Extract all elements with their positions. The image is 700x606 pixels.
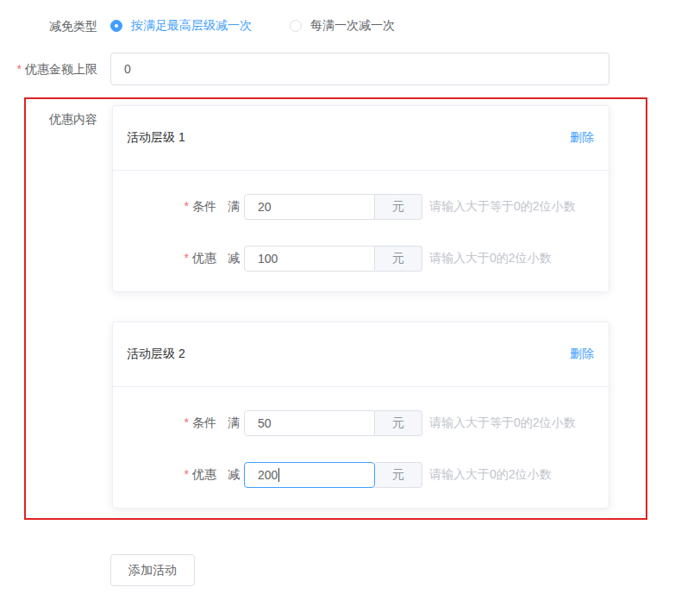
currency-unit-suffix: 元 — [375, 246, 422, 272]
max-discount-input[interactable] — [110, 53, 609, 85]
discount-label-text: 优惠 — [192, 251, 216, 265]
add-activity-button[interactable]: 添加活动 — [110, 554, 195, 586]
radio-checked-icon — [110, 20, 122, 32]
required-asterisk: * — [184, 467, 189, 481]
discount-row: *优惠 减 200 元 请输入大于0的2位小数 — [113, 462, 609, 488]
condition-label-text: 条件 — [192, 415, 216, 429]
discount-amount-input-focused[interactable]: 200 — [244, 462, 375, 488]
radio-option-highest-tier[interactable]: 按满足最高层级减一次 — [110, 18, 252, 34]
discount-input-group: 元 — [244, 246, 422, 272]
discount-label: *优惠 — [113, 251, 216, 266]
condition-amount-input[interactable] — [244, 194, 375, 220]
discount-row: *优惠 减 元 请输入大于0的2位小数 — [113, 246, 609, 272]
condition-prefix: 满 — [228, 199, 240, 215]
input-hint: 请输入大于等于0的2位小数 — [429, 199, 576, 215]
discount-input-group: 200 元 — [244, 462, 422, 488]
delete-tier-button[interactable]: 删除 — [570, 347, 594, 362]
max-discount-row: *优惠金额上限 — [0, 53, 700, 85]
currency-unit-suffix: 元 — [375, 462, 422, 488]
reduction-type-label: 减免类型 — [0, 17, 97, 34]
required-asterisk: * — [184, 415, 189, 429]
tier-card-header: 活动层级 2 删除 — [113, 322, 609, 387]
tier-card-2: 活动层级 2 删除 *条件 满 元 请输入大于等于0的2位小数 *优 — [112, 322, 609, 509]
currency-unit-suffix: 元 — [375, 194, 422, 220]
discount-prefix: 减 — [228, 467, 240, 483]
tier-card-1: 活动层级 1 删除 *条件 满 元 请输入大于等于0的2位小数 *优 — [112, 105, 609, 292]
condition-amount-input[interactable] — [244, 410, 375, 436]
required-asterisk: * — [184, 251, 189, 265]
reduction-type-radio-group: 按满足最高层级减一次 每满一次减一次 — [110, 18, 395, 34]
radio-option-label: 每满一次减一次 — [310, 18, 395, 34]
discount-amount-input[interactable] — [244, 246, 375, 272]
discount-content-annotation-box: 优惠内容 活动层级 1 删除 *条件 满 元 请输入大于等 — [24, 97, 647, 520]
required-asterisk: * — [184, 199, 189, 213]
max-discount-label: *优惠金额上限 — [0, 60, 97, 78]
input-hint: 请输入大于等于0的2位小数 — [429, 415, 576, 431]
currency-unit-suffix: 元 — [375, 410, 422, 436]
tier-card-body: *条件 满 元 请输入大于等于0的2位小数 *优惠 减 元 — [113, 171, 609, 291]
discount-content-label: 优惠内容 — [49, 110, 97, 128]
radio-option-every-time[interactable]: 每满一次减一次 — [290, 18, 395, 34]
condition-label: *条件 — [113, 199, 216, 215]
required-asterisk: * — [17, 62, 22, 76]
condition-label-text: 条件 — [192, 199, 216, 213]
delete-tier-button[interactable]: 删除 — [570, 130, 594, 146]
text-caret — [278, 468, 279, 482]
radio-unchecked-icon — [290, 20, 302, 32]
max-discount-label-text: 优惠金额上限 — [25, 62, 97, 76]
input-hint: 请输入大于0的2位小数 — [429, 467, 552, 483]
promotion-form-page: 减免类型 按满足最高层级减一次 每满一次减一次 *优惠金额上限 优惠内容 活动层… — [0, 17, 700, 85]
condition-label: *条件 — [113, 415, 216, 431]
tier-title: 活动层级 2 — [127, 347, 185, 362]
tier-card-body: *条件 满 元 请输入大于等于0的2位小数 *优惠 减 200 元 — [113, 387, 609, 508]
discount-label-text: 优惠 — [192, 467, 216, 481]
discount-label: *优惠 — [113, 467, 216, 483]
tier-title: 活动层级 1 — [127, 130, 185, 146]
condition-row: *条件 满 元 请输入大于等于0的2位小数 — [113, 410, 609, 436]
discount-prefix: 减 — [228, 251, 240, 266]
condition-prefix: 满 — [228, 415, 240, 431]
reduction-type-row: 减免类型 按满足最高层级减一次 每满一次减一次 — [0, 17, 700, 34]
radio-option-label: 按满足最高层级减一次 — [131, 18, 252, 34]
condition-input-group: 元 — [244, 194, 422, 220]
tier-card-header: 活动层级 1 删除 — [113, 106, 609, 171]
condition-input-group: 元 — [244, 410, 422, 436]
input-value: 200 — [258, 468, 278, 482]
tier-card-list: 活动层级 1 删除 *条件 满 元 请输入大于等于0的2位小数 *优 — [112, 105, 609, 509]
condition-row: *条件 满 元 请输入大于等于0的2位小数 — [113, 194, 609, 220]
input-hint: 请输入大于0的2位小数 — [429, 251, 552, 266]
